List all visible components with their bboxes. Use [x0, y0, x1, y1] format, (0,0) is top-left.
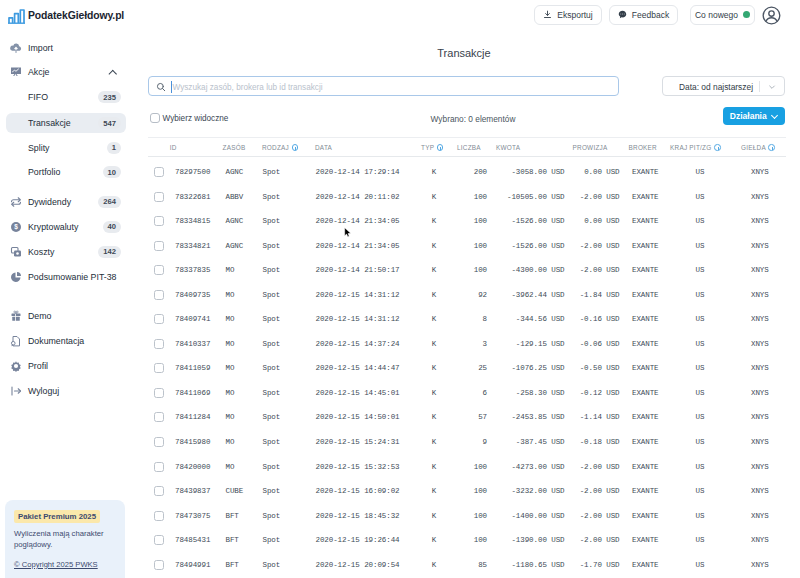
- svg-text:$: $: [14, 223, 18, 231]
